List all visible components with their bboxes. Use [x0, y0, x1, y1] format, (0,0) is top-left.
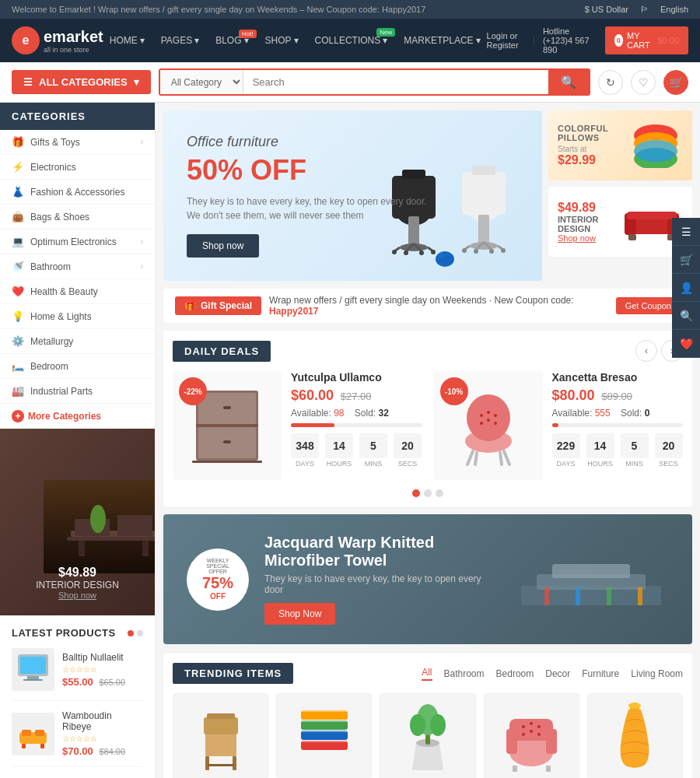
- weekly-pct: 75%: [202, 574, 233, 592]
- nav-blog[interactable]: BLOG ▾Hot!: [209, 31, 254, 50]
- deals-dot-1[interactable]: [412, 489, 420, 497]
- industrial-icon: 🏭: [12, 385, 24, 397]
- svg-rect-103: [301, 720, 348, 722]
- sidebar-item-fashion[interactable]: 👗Fashion & Accessories: [0, 180, 155, 205]
- days-1: 348: [291, 433, 319, 458]
- svg-rect-95: [233, 756, 236, 770]
- sidebar-item-bags[interactable]: 👜Bags & Shoes: [0, 205, 155, 230]
- sidebar-item-gifts[interactable]: 🎁Gifts & Toys ›: [0, 130, 155, 155]
- electronics-icon: ⚡: [12, 161, 24, 173]
- bags-icon: 👜: [12, 211, 24, 223]
- weekly-shop-button[interactable]: Shop Now: [264, 603, 335, 625]
- sidebar: CATEGORIES 🎁Gifts & Toys › ⚡Electronics …: [0, 103, 156, 778]
- mins-1: 5: [359, 433, 387, 458]
- deals-dot-3[interactable]: [436, 489, 443, 497]
- cart-icon-small[interactable]: 🛒: [663, 70, 688, 95]
- deals-header: DAILY DEALS ‹ ›: [173, 340, 683, 362]
- svg-point-115: [522, 725, 525, 728]
- list-item[interactable]: [380, 693, 475, 778]
- svg-rect-15: [22, 744, 26, 748]
- svg-point-116: [530, 722, 533, 725]
- deals-grid: -22% Yutculpa Ullamc: [173, 371, 683, 480]
- search-bar: ☰ ALL CATEGORIES ▾ All Category 🔍 ↻ ♡ 🛒: [0, 62, 700, 103]
- svg-point-6: [90, 505, 106, 533]
- gift-special-label: 🎁 Gift Special: [175, 296, 261, 315]
- right-menu-icon[interactable]: ☰: [672, 218, 700, 246]
- list-item[interactable]: [587, 693, 683, 778]
- trending-img-3: [380, 694, 474, 778]
- sidebar-banner-price: $49.89: [36, 566, 119, 580]
- right-cart-icon[interactable]: 🛒: [672, 246, 700, 274]
- interior-link[interactable]: Shop now: [558, 233, 613, 243]
- right-search-icon[interactable]: 🔍: [672, 302, 700, 330]
- cart-price: $0.00: [657, 36, 679, 45]
- svg-rect-89: [607, 587, 611, 605]
- sidebar-item-home-lights[interactable]: 💡Home & Lights: [0, 304, 155, 329]
- latest-products-header: LATEST PRODUCTS: [12, 627, 143, 639]
- get-coupon-button[interactable]: Get Coupon: [616, 297, 681, 314]
- product-name-1[interactable]: Balltip Nullaelit: [62, 652, 143, 663]
- chevron-right-icon: ›: [141, 138, 143, 146]
- currency-selector[interactable]: $ US Dollar: [585, 5, 628, 14]
- sidebar-item-industrial[interactable]: 🏭Industrial Parts: [0, 379, 155, 404]
- search-input[interactable]: [243, 70, 548, 94]
- header-right: Login or Register | Hotline (+123)4 567 …: [487, 26, 688, 54]
- deals-dot-2[interactable]: [424, 489, 432, 497]
- deal-name-1[interactable]: Yutculpa Ullamco: [291, 371, 422, 384]
- tab-bedroom[interactable]: Bedroom: [496, 668, 534, 679]
- sidebar-item-optimum[interactable]: 💻Optimum Electronics ›: [0, 230, 155, 254]
- cart-button[interactable]: 0 MY CART $0.00: [605, 26, 688, 54]
- tab-bathroom[interactable]: Bathroom: [444, 668, 485, 679]
- sidebar-item-metallurgy[interactable]: ⚙️Metallurgy: [0, 329, 155, 354]
- tab-decor[interactable]: Decor: [545, 668, 570, 679]
- sidebar-item-bedroom[interactable]: 🛏️Bedroom: [0, 354, 155, 379]
- sidebar-banner-link[interactable]: Shop now: [36, 591, 119, 600]
- deal-availability-1: Available: 98 Sold: 32: [291, 408, 422, 419]
- nav-collections[interactable]: COLLECTIONS ▾New: [309, 31, 394, 50]
- language-selector[interactable]: English: [660, 5, 688, 14]
- hero-shop-button[interactable]: Shop now: [187, 234, 259, 258]
- svg-point-48: [501, 248, 506, 253]
- sidebar-item-bathroom[interactable]: 🚿Bathroom ›: [0, 254, 155, 279]
- product-thumb-2: [12, 713, 54, 755]
- main-content: Office furniture 50% OFF They key is to …: [156, 103, 700, 778]
- pillows-card-content: COLORFUL PILLOWS Starts at $29.99: [558, 124, 621, 167]
- more-categories-button[interactable]: + More Categories: [0, 404, 155, 429]
- list-item[interactable]: [276, 693, 372, 778]
- price-new-2: $70.00: [62, 745, 93, 757]
- logo[interactable]: e emarket all in one store: [12, 26, 103, 54]
- latest-products-title: LATEST PRODUCTS: [12, 627, 116, 639]
- nav-pages[interactable]: PAGES ▾: [155, 31, 205, 50]
- stars-2: ☆☆☆☆☆: [62, 734, 143, 743]
- header-icons: ↻ ♡ 🛒: [598, 70, 688, 95]
- tab-living-room[interactable]: Living Room: [631, 668, 683, 679]
- svg-rect-1: [67, 537, 155, 541]
- tab-all[interactable]: All: [422, 667, 432, 681]
- right-heart-icon[interactable]: ❤️: [672, 330, 700, 358]
- weekly-content: Jacquard Warp Knitted Microfiber Towel T…: [264, 534, 498, 625]
- nav-marketplace[interactable]: MARKETPLACE ▾: [397, 31, 486, 50]
- wishlist-icon[interactable]: ♡: [631, 70, 656, 95]
- trending-img-2: [277, 694, 371, 778]
- list-item[interactable]: [173, 693, 268, 778]
- tab-furniture[interactable]: Furniture: [582, 668, 619, 679]
- product-name-2[interactable]: Wamboudin Ribeye: [62, 710, 143, 732]
- deal-name-2[interactable]: Xancetta Bresao: [552, 371, 684, 384]
- nav-shop[interactable]: SHOP ▾: [259, 31, 305, 50]
- all-categories-button[interactable]: ☰ ALL CATEGORIES ▾: [12, 70, 151, 94]
- deals-prev-button[interactable]: ‹: [635, 340, 657, 362]
- sidebar-item-health[interactable]: ❤️Health & Beauty: [0, 279, 155, 304]
- sidebar-item-electronics[interactable]: ⚡Electronics: [0, 155, 155, 180]
- search-button[interactable]: 🔍: [548, 70, 589, 94]
- weekly-off: OFF: [210, 592, 226, 601]
- login-link[interactable]: Login or Register: [487, 31, 525, 50]
- svg-rect-87: [544, 587, 549, 605]
- refresh-icon[interactable]: ↻: [598, 70, 623, 95]
- category-select[interactable]: All Category: [160, 70, 243, 94]
- dropdown-arrow-icon: ▾: [134, 76, 139, 88]
- nav-home[interactable]: HOME ▾: [103, 31, 151, 50]
- svg-point-78: [487, 411, 490, 414]
- right-user-icon[interactable]: 👤: [672, 274, 700, 302]
- list-item[interactable]: [484, 693, 579, 778]
- svg-point-120: [537, 733, 541, 736]
